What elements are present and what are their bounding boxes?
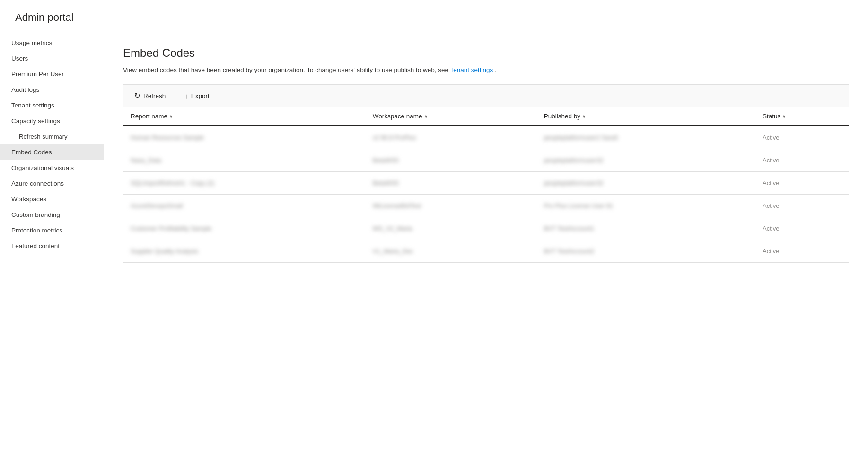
sidebar-item-custom-branding[interactable]: Custom branding: [0, 207, 104, 223]
data-cell: Pro Plus License User 81: [536, 195, 755, 217]
sidebar-item-capacity-settings[interactable]: Capacity settings: [0, 113, 104, 129]
status-cell: Active: [755, 240, 849, 263]
data-cell: BVT TestAccount1: [536, 217, 755, 240]
status-cell: Active: [755, 195, 849, 217]
main-content: Embed Codes View embed codes that have b…: [104, 31, 868, 454]
table-row[interactable]: Customer Profitability SampleWS_V2_Maria…: [123, 217, 849, 240]
data-cell: peopleplatformuser32: [536, 149, 755, 172]
sidebar-item-audit-logs[interactable]: Audit logs: [0, 82, 104, 98]
col-header-report-name[interactable]: Report name ∨: [123, 107, 365, 126]
table-row[interactable]: Human Resources Samplev2 90.8 ProPluspeo…: [123, 126, 849, 149]
toolbar: ↻ Refresh ↓ Export: [123, 84, 849, 107]
export-icon: ↓: [184, 92, 188, 100]
export-button[interactable]: ↓ Export: [181, 90, 213, 102]
data-cell: V1_Maria_Dec: [365, 240, 536, 263]
embed-codes-table: Report name ∨Workspace name ∨Published b…: [123, 107, 849, 263]
col-header-published-by[interactable]: Published by ∨: [536, 107, 755, 126]
data-cell: peopleplatformuser32: [536, 172, 755, 195]
data-cell: Supplier Quality Analysis: [123, 240, 365, 263]
status-cell: Active: [755, 217, 849, 240]
sidebar-item-embed-codes[interactable]: Embed Codes: [0, 144, 104, 160]
data-cell: Customer Profitability Sample: [123, 217, 365, 240]
data-cell: v2 90.8 ProPlus: [365, 126, 536, 149]
table-row[interactable]: Nasa_DataBetaWS5peopleplatformuser32Acti…: [123, 149, 849, 172]
data-cell: Human Resources Sample: [123, 126, 365, 149]
page-title: Embed Codes: [123, 46, 849, 60]
status-cell: Active: [755, 172, 849, 195]
data-cell: BetaWS5: [365, 172, 536, 195]
sidebar-item-users[interactable]: Users: [0, 51, 104, 66]
sidebar-item-usage-metrics[interactable]: Usage metrics: [0, 35, 104, 51]
app-title: Admin portal: [0, 0, 868, 31]
sidebar-item-organizational-visuals[interactable]: Organizational visuals: [0, 160, 104, 176]
table-row[interactable]: AzureDevopsSmallIMLicenseBIdTestPro Plus…: [123, 195, 849, 217]
refresh-icon: ↻: [134, 91, 140, 100]
data-cell: BVT TestAccount2: [536, 240, 755, 263]
data-cell: SQLImportRefresh1 - Copy (2): [123, 172, 365, 195]
sidebar-item-tenant-settings[interactable]: Tenant settings: [0, 98, 104, 113]
data-cell: BetaWS5: [365, 149, 536, 172]
col-header-workspace-name[interactable]: Workspace name ∨: [365, 107, 536, 126]
table-row[interactable]: Supplier Quality AnalysisV1_Maria_DecBVT…: [123, 240, 849, 263]
sidebar-item-featured-content[interactable]: Featured content: [0, 238, 104, 254]
description: View embed codes that have been created …: [123, 65, 849, 75]
data-cell: AzureDevopsSmall: [123, 195, 365, 217]
data-cell: IMLicenseBIdTest: [365, 195, 536, 217]
col-header-status[interactable]: Status ∨: [755, 107, 849, 126]
data-cell: WS_V2_Maria: [365, 217, 536, 240]
tenant-settings-link[interactable]: Tenant settings: [450, 66, 493, 73]
status-cell: Active: [755, 126, 849, 149]
data-cell: Nasa_Data: [123, 149, 365, 172]
table-header-row: Report name ∨Workspace name ∨Published b…: [123, 107, 849, 126]
data-cell: peopleplatformuser2 Sara5: [536, 126, 755, 149]
sidebar-item-workspaces[interactable]: Workspaces: [0, 191, 104, 207]
table-body: Human Resources Samplev2 90.8 ProPluspeo…: [123, 126, 849, 263]
sidebar-item-protection-metrics[interactable]: Protection metrics: [0, 223, 104, 238]
table-row[interactable]: SQLImportRefresh1 - Copy (2)BetaWS5peopl…: [123, 172, 849, 195]
sidebar-item-refresh-summary[interactable]: Refresh summary: [0, 129, 104, 144]
refresh-button[interactable]: ↻ Refresh: [131, 89, 169, 102]
status-cell: Active: [755, 149, 849, 172]
sidebar-item-premium-per-user[interactable]: Premium Per User: [0, 66, 104, 82]
sidebar-item-azure-connections[interactable]: Azure connections: [0, 176, 104, 191]
sidebar: Usage metricsUsersPremium Per UserAudit …: [0, 31, 104, 454]
